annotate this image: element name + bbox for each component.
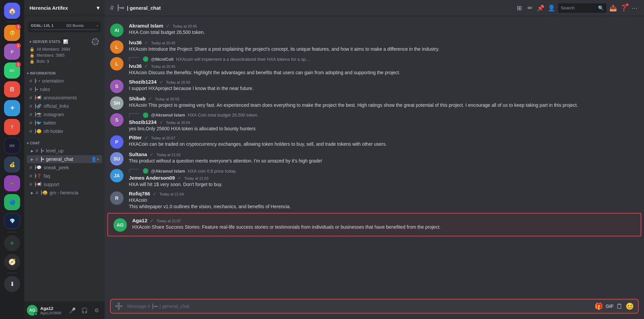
category-information[interactable]: ▾ INFORMATION (24, 66, 105, 77)
channel-hash-icon: # (36, 156, 38, 162)
channel-type-icon: ┣❓ (34, 174, 42, 178)
message-author[interactable]: Shozib1234 (129, 79, 157, 85)
channel-support[interactable]: # ┣📢 support (27, 180, 102, 188)
add-attachment-icon[interactable]: ➕ (115, 302, 123, 310)
message-text: HXAcoin Share Success Stories: Feature r… (132, 224, 635, 231)
channel-sidebar: Herencia Artifex ▾ GOAL: LVL 1 0/2 Boost… (24, 0, 105, 319)
message-input[interactable]: Message # ┣➡ | general_chat (127, 304, 591, 309)
members-label: Members: 3985 (37, 53, 64, 58)
emoji-icon[interactable]: 😊 (626, 302, 634, 310)
message-header: Shozib1234 ✓ Today at 20:54 (129, 119, 639, 125)
inbox-icon[interactable]: 📥 (609, 4, 617, 12)
message-author[interactable]: Jemes Anderson09 (129, 175, 175, 181)
topbar-icons: ⊞ ✏ 📌 👤 Search 🔍 📥 ❓ ⋯ (515, 3, 639, 13)
more-icon[interactable]: ⋯ (631, 4, 639, 12)
server-icon-5[interactable]: ✦ (4, 100, 20, 116)
server-icon-1[interactable]: 😊 1 (4, 25, 20, 41)
message-timestamp: Today at 21:02 (156, 153, 181, 157)
channel-name-faq: faq (44, 173, 99, 179)
channel-orientation[interactable]: # ┣ ▪ orientation (27, 77, 102, 85)
category-chat[interactable]: ▾ CHAT (24, 136, 105, 146)
server-icon-gaming[interactable]: 🎮 (4, 175, 20, 191)
boost-label: GOAL: LVL 1 (31, 24, 53, 28)
channel-general-chat[interactable]: ▶ # ┣▪ general_chat 👤+ (27, 155, 102, 163)
server-icon-6[interactable]: T (4, 119, 20, 135)
message-author[interactable]: Shibab (129, 96, 146, 101)
channel-twitter[interactable]: # ┣🐦 twitter (27, 119, 102, 127)
channel-official-links[interactable]: # ┣🔗 official_links (27, 102, 102, 110)
add-member-icon[interactable]: 👤+ (91, 156, 99, 162)
message-text: yes bro,Only 25600 HXA token is allocate… (129, 126, 639, 132)
server-icon-hx[interactable]: HX (4, 138, 20, 154)
message-avatar[interactable]: AI (110, 24, 123, 37)
message-author[interactable]: Sultana (129, 151, 147, 157)
pencil-icon[interactable]: ✏ (526, 4, 534, 12)
server-header[interactable]: Herencia Artifex ▾ (24, 0, 105, 16)
message-author[interactable]: lvu36 (129, 40, 142, 45)
grid-icon[interactable]: ⊞ (515, 4, 523, 12)
pin-icon[interactable]: 📌 (537, 4, 545, 12)
reply-text: HXA Coin total budget 26,500 token. (188, 112, 258, 118)
message-author[interactable]: Rofiq786 (129, 191, 150, 196)
sticker-icon[interactable]: 🗒 (616, 303, 623, 310)
deafen-button[interactable]: 🎧 (79, 305, 90, 316)
server-icon-2[interactable]: P 1 (4, 44, 20, 60)
message-avatar[interactable]: L (110, 57, 123, 71)
server-icon-green[interactable]: 🔵 (4, 194, 20, 210)
message-author[interactable]: Aga12 (132, 218, 147, 223)
gif-icon[interactable]: GIF (606, 304, 613, 309)
message-avatar[interactable]: S (110, 80, 123, 93)
boost-bar[interactable]: GOAL: LVL 1 0/2 Boosts › (28, 21, 101, 32)
server-icon-4[interactable]: B (4, 81, 20, 97)
message-timestamp: Today at 20:57 (151, 136, 175, 140)
verified-badge: ✓ (150, 218, 154, 223)
settings-button[interactable]: ⚙ (91, 305, 102, 316)
channel-name-level-up: level_up (46, 148, 99, 153)
server-icon-diamond[interactable]: 💎 (4, 213, 20, 229)
channel-announcements[interactable]: # ┣📢 announcements (27, 94, 102, 102)
person-icon[interactable]: 👤 (547, 4, 555, 12)
channel-nft-holder[interactable]: # ┣🙂 nft-holder (27, 127, 102, 135)
message-content: lvu36 ✓ Today at 20:45 HXAcoin Introduce… (129, 40, 639, 54)
channel-hash-icon: # (30, 120, 32, 126)
message-content: @Akramul Islam HXA coin 0.8 price today.… (129, 168, 639, 188)
message-author[interactable]: Akramul Islam (129, 23, 163, 29)
channel-name-official-links: official_links (44, 103, 99, 109)
message-avatar[interactable]: SU (110, 152, 123, 166)
server-icon-coin[interactable]: 💰 (4, 156, 20, 173)
channel-sneak-peek[interactable]: # ┣💬 sneak_peek (27, 164, 102, 172)
message-avatar[interactable]: JA (110, 169, 123, 182)
expand-icon: ▶ (31, 157, 34, 161)
download-button[interactable]: ⬇ (4, 276, 20, 292)
add-server-button[interactable]: + (4, 235, 20, 251)
reply-curve (129, 113, 139, 117)
message-author[interactable]: lvu36 (129, 63, 142, 69)
message-avatar[interactable]: AG (113, 218, 127, 232)
message-avatar[interactable]: S (110, 113, 123, 127)
message-author[interactable]: Pitter (129, 135, 142, 140)
message-input-container: ➕ Message # ┣➡ | general_chat 🎁 GIF 🗒 😊 (110, 299, 639, 314)
message-avatar[interactable]: R (110, 191, 123, 205)
main-content: # ┣➡ | general_chat ⊞ ✏ 📌 👤 Search 🔍 📥 ❓… (105, 0, 644, 319)
search-bar[interactable]: Search 🔍 (558, 3, 606, 13)
mute-button[interactable]: 🎤 (67, 305, 78, 316)
help-icon[interactable]: ❓ (620, 4, 628, 12)
server-stats-header[interactable]: ▾ SERVER STATS 📊 (27, 36, 102, 46)
collapse-arrow-info: ▾ (27, 72, 29, 75)
channel-level-up[interactable]: ▶ # ┣▪ level_up (27, 147, 102, 155)
channel-instagram[interactable]: # ┣📸 instagram (27, 110, 102, 119)
message-timestamp: Today at 21:07 (157, 219, 181, 223)
server-icon-3[interactable]: AC 1 (4, 62, 20, 79)
channel-gm-herencia[interactable]: ▶ # ┣😀 gm - herencia (27, 189, 102, 197)
message-avatar[interactable]: P (110, 135, 123, 149)
discover-button[interactable]: 🧭 (4, 254, 20, 270)
message-avatar[interactable]: SH (110, 96, 123, 110)
message-avatar[interactable]: L (110, 40, 123, 54)
message-author[interactable]: Shozib1234 (129, 119, 157, 125)
message-group: SU Sultana ✓ Today at 21:02 This product… (105, 150, 644, 167)
current-user-avatar[interactable]: AG (27, 305, 38, 316)
gift-icon[interactable]: 🎁 (595, 302, 603, 310)
channel-rules[interactable]: # ┣▪ rules (27, 85, 102, 93)
channel-faq[interactable]: # ┣❓ faq (27, 172, 102, 180)
server-icon-home[interactable]: 🏠 (4, 3, 20, 19)
